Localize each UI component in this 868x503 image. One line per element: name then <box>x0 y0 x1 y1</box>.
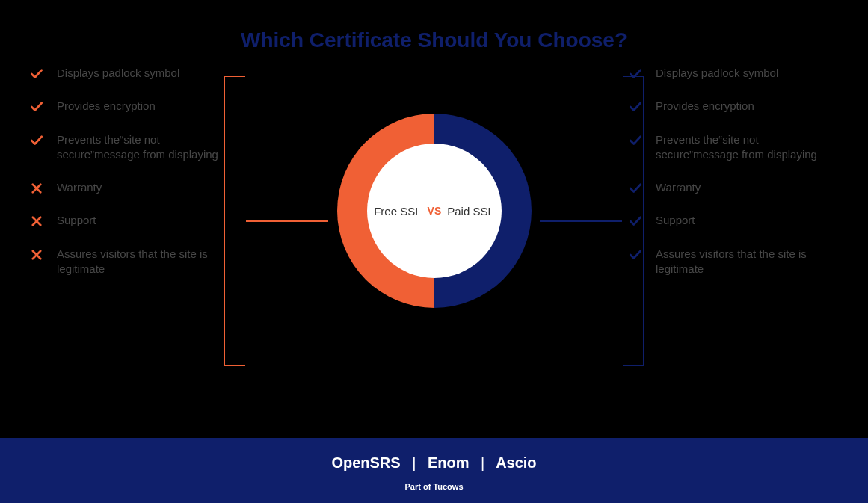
check-icon <box>629 100 642 114</box>
check-icon <box>30 100 43 114</box>
list-item: Support <box>629 213 838 228</box>
check-icon <box>30 134 43 147</box>
cross-icon <box>30 182 43 195</box>
brand-ascio: Ascio <box>496 454 536 471</box>
list-item: Warranty <box>30 180 239 195</box>
comparison-content: Displays padlock symbolProvides encrypti… <box>0 52 868 419</box>
left-bracket-connector <box>224 76 245 366</box>
item-text: Support <box>656 213 695 228</box>
list-item: Warranty <box>629 180 838 195</box>
footer: OpenSRS | Enom | Ascio Part of Tucows <box>0 438 868 503</box>
check-icon <box>30 67 43 81</box>
free-ssl-label: Free SSL <box>374 205 421 217</box>
item-text: Prevents the“site not secure”message fro… <box>656 132 838 163</box>
free-ssl-column: Displays padlock symbolProvides encrypti… <box>30 66 239 294</box>
check-icon <box>629 182 642 195</box>
brand-enom: Enom <box>428 454 470 471</box>
vs-donut-chart: Free SSL VS Paid SSL <box>337 114 532 308</box>
check-icon <box>629 248 642 262</box>
separator: | <box>481 454 484 471</box>
tagline: Part of Tucows <box>0 482 868 491</box>
list-item: Prevents the“site not secure”message fro… <box>30 132 239 163</box>
list-item: Assures visitors that the site is legiti… <box>629 247 838 277</box>
check-icon <box>629 215 642 228</box>
donut-center: Free SSL VS Paid SSL <box>367 144 502 278</box>
item-text: Prevents the“site not secure”message fro… <box>57 132 239 163</box>
list-item: Provides encryption <box>629 99 838 114</box>
item-text: Displays padlock symbol <box>57 66 179 81</box>
check-icon <box>629 67 642 81</box>
brand-opensrs: OpenSRS <box>331 454 400 471</box>
list-item: Provides encryption <box>30 99 239 114</box>
page-title: Which Certificate Should You Choose? <box>0 0 868 52</box>
cross-icon <box>30 248 43 262</box>
cross-icon <box>30 215 43 228</box>
brand-list: OpenSRS | Enom | Ascio <box>0 454 868 472</box>
list-item: Assures visitors that the site is legiti… <box>30 247 239 277</box>
item-text: Provides encryption <box>57 99 156 114</box>
item-text: Warranty <box>656 180 701 195</box>
paid-ssl-column: Displays padlock symbolProvides encrypti… <box>629 66 838 294</box>
item-text: Support <box>57 213 96 228</box>
list-item: Displays padlock symbol <box>629 66 838 81</box>
vs-label: VS <box>428 205 442 217</box>
item-text: Assures visitors that the site is legiti… <box>656 247 838 277</box>
check-icon <box>629 134 642 147</box>
item-text: Warranty <box>57 180 102 195</box>
list-item: Support <box>30 213 239 228</box>
item-text: Assures visitors that the site is legiti… <box>57 247 239 277</box>
list-item: Prevents the“site not secure”message fro… <box>629 132 838 163</box>
paid-ssl-label: Paid SSL <box>447 205 494 217</box>
list-item: Displays padlock symbol <box>30 66 239 81</box>
item-text: Provides encryption <box>656 99 754 114</box>
item-text: Displays padlock symbol <box>656 66 778 81</box>
separator: | <box>412 454 416 471</box>
